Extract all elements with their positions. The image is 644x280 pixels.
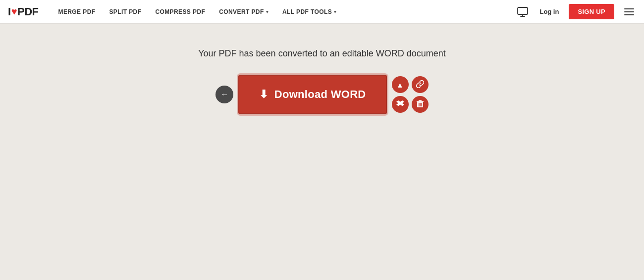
navbar: I♥PDF MERGE PDF SPLIT PDF COMPRESS PDF C… — [0, 0, 644, 24]
hamburger-line-2 — [624, 11, 634, 12]
svg-rect-6 — [419, 100, 422, 101]
svg-rect-8 — [420, 103, 421, 106]
link-icon — [416, 80, 424, 90]
svg-rect-7 — [419, 103, 420, 106]
signup-button[interactable]: Sign up — [569, 4, 614, 19]
hamburger-line-1 — [624, 8, 634, 9]
back-button[interactable]: ← — [215, 86, 233, 103]
nav-merge-pdf[interactable]: MERGE PDF — [53, 0, 102, 24]
login-button[interactable]: Log in — [536, 6, 563, 17]
action-icons-panel: ▲ — [392, 76, 429, 113]
upload-cloud-button[interactable]: ▲ — [392, 76, 409, 93]
logo-i: I — [8, 5, 11, 18]
download-word-button[interactable]: ⬇ Download WORD — [238, 75, 386, 114]
download-word-label: Download WORD — [274, 88, 366, 101]
copy-link-button[interactable] — [412, 76, 429, 93]
hamburger-line-3 — [624, 14, 634, 15]
hamburger-menu-button[interactable] — [622, 5, 636, 19]
logo-pdf: PDF — [17, 5, 39, 18]
convert-pdf-dropdown-arrow: ▾ — [266, 9, 268, 14]
download-icon: ⬇ — [259, 88, 268, 101]
download-row: ← ⬇ Download WORD ▲ — [215, 75, 428, 114]
action-row-bottom — [392, 96, 429, 113]
logo-heart: ♥ — [11, 6, 17, 17]
nav-all-pdf-tools[interactable]: ALL PDF TOOLS ▾ — [276, 0, 343, 24]
action-row-top: ▲ — [392, 76, 429, 93]
svg-rect-9 — [421, 103, 422, 106]
all-pdf-tools-dropdown-arrow: ▾ — [334, 9, 336, 14]
delete-icon — [417, 100, 424, 109]
svg-rect-5 — [417, 101, 424, 102]
nav-compress-pdf[interactable]: COMPRESS PDF — [149, 0, 211, 24]
logo[interactable]: I♥PDF — [8, 5, 39, 18]
nav-links: MERGE PDF SPLIT PDF COMPRESS PDF CONVERT… — [53, 0, 516, 24]
save-dropbox-button[interactable] — [392, 96, 409, 113]
nav-convert-pdf[interactable]: CONVERT PDF ▾ — [213, 0, 274, 24]
nav-split-pdf[interactable]: SPLIT PDF — [103, 0, 147, 24]
nav-right: Log in Sign up — [516, 4, 636, 19]
svg-marker-3 — [396, 100, 404, 106]
svg-rect-0 — [518, 7, 528, 14]
main-content: Your PDF has been converted to an editab… — [0, 24, 644, 114]
upload-cloud-icon: ▲ — [396, 81, 404, 89]
monitor-icon[interactable] — [516, 5, 530, 19]
back-icon: ← — [220, 90, 228, 99]
delete-button[interactable] — [412, 96, 429, 113]
success-message: Your PDF has been converted to an editab… — [198, 48, 446, 59]
dropbox-icon — [396, 100, 404, 109]
